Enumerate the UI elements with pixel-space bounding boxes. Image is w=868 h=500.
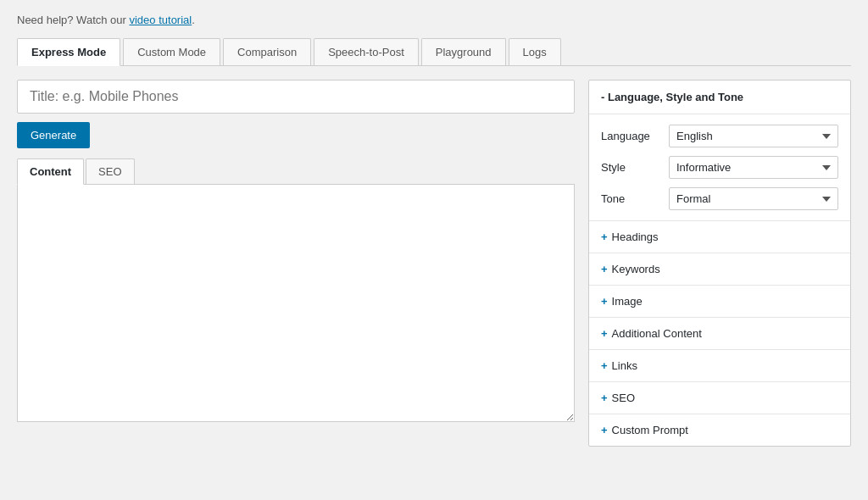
top-tab-custom-mode[interactable]: Custom Mode [123, 38, 220, 65]
accordion-item-headings[interactable]: +Headings [589, 220, 850, 253]
accordion-item-additional-content[interactable]: +Additional Content [589, 317, 850, 349]
top-tab-logs[interactable]: Logs [509, 38, 561, 65]
top-tab-speech-to-post[interactable]: Speech-to-Post [314, 38, 419, 65]
lang-style-fields: LanguageEnglishSpanishFrenchGermanItalia… [589, 114, 850, 220]
main-content: Generate ContentSEO - Language, Style an… [17, 80, 851, 453]
generate-button[interactable]: Generate [17, 122, 90, 148]
plus-icon: + [601, 424, 608, 436]
video-tutorial-link[interactable]: video tutorial [129, 14, 192, 26]
editor-textarea[interactable] [17, 185, 575, 422]
plus-icon: + [601, 392, 608, 404]
plus-icon: + [601, 359, 608, 372]
help-bar: Need help? Watch our video tutorial. [17, 14, 851, 26]
field-select-tone[interactable]: FormalInformalFriendlyProfessional [669, 187, 838, 210]
accordion-item-keywords[interactable]: +Keywords [589, 253, 850, 285]
title-input[interactable] [17, 80, 575, 114]
plus-icon: + [601, 295, 608, 308]
top-tab-playground[interactable]: Playground [421, 38, 506, 65]
field-row-language: LanguageEnglishSpanishFrenchGermanItalia… [601, 125, 838, 147]
accordion-item-custom-prompt[interactable]: +Custom Prompt [589, 414, 850, 446]
language-style-tone-box: - Language, Style and Tone LanguageEngli… [588, 80, 851, 447]
top-tab-comparison[interactable]: Comparison [223, 38, 311, 65]
plus-icon: + [601, 231, 608, 243]
plus-icon: + [601, 327, 608, 340]
left-panel: Generate ContentSEO [17, 80, 575, 425]
field-select-language[interactable]: EnglishSpanishFrenchGermanItalian [669, 125, 838, 147]
field-select-style[interactable]: InformativePersuasiveNarrativeDescriptiv… [669, 156, 838, 179]
content-tab-seo[interactable]: SEO [86, 158, 134, 184]
field-label-language: Language [601, 130, 669, 142]
panel-section-title: - Language, Style and Tone [589, 81, 850, 114]
content-tab-content[interactable]: Content [17, 158, 84, 185]
field-row-style: StyleInformativePersuasiveNarrativeDescr… [601, 156, 838, 179]
help-text: Need help? Watch our [17, 14, 129, 26]
content-tabs: ContentSEO [17, 158, 575, 185]
accordion-item-image[interactable]: +Image [589, 285, 850, 317]
field-label-style: Style [601, 161, 669, 174]
plus-icon: + [601, 263, 608, 275]
accordion-item-links[interactable]: +Links [589, 349, 850, 381]
field-label-tone: Tone [601, 192, 669, 205]
top-tabs-nav: Express ModeCustom ModeComparisonSpeech-… [17, 38, 851, 66]
top-tab-express-mode[interactable]: Express Mode [17, 38, 120, 66]
page-wrapper: Need help? Watch our video tutorial. Exp… [0, 0, 868, 467]
right-panel: - Language, Style and Tone LanguageEngli… [588, 80, 851, 453]
accordion-item-seo[interactable]: +SEO [589, 381, 850, 414]
field-row-tone: ToneFormalInformalFriendlyProfessional [601, 187, 838, 210]
